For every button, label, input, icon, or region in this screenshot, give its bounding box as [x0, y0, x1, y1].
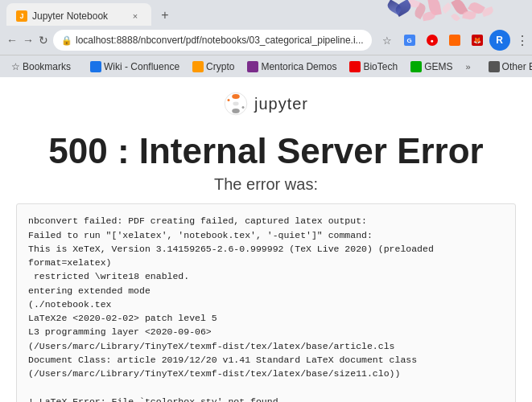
- tab-decoration: [331, 0, 532, 26]
- active-tab[interactable]: J Jupyter Notebook ×: [6, 3, 151, 26]
- bookmark-icon-wiki: [90, 61, 101, 72]
- back-button[interactable]: ←: [6, 30, 18, 51]
- browser-chrome: J Jupyter Notebook × + ← → ↻ 🔒 localhost…: [0, 0, 532, 77]
- security-lock-icon: 🔒: [61, 35, 72, 46]
- ext-icon-3[interactable]: 🦊: [467, 30, 488, 51]
- svg-point-4: [227, 99, 229, 101]
- bookmark-icon-other: [489, 61, 500, 72]
- bookmark-icon-gems: [410, 61, 422, 72]
- bookmark-other[interactable]: Other Bookmarks: [484, 59, 532, 74]
- bookmark-label-wiki: Wiki - Confluence: [104, 61, 179, 72]
- bookmarks-more-button[interactable]: »: [462, 60, 473, 73]
- bookmark-icon-biotech: [349, 61, 361, 72]
- error-subtitle: The error was:: [16, 175, 516, 194]
- svg-point-3: [232, 109, 240, 113]
- bookmark-gems[interactable]: GEMS: [406, 59, 457, 74]
- jupyter-logo-icon: [224, 92, 248, 116]
- bookmarks-folder[interactable]: ☆ Bookmarks: [6, 59, 76, 74]
- bookmark-label-mentorica: Mentorica Demos: [261, 61, 336, 72]
- tab-close-button[interactable]: ×: [129, 10, 142, 23]
- bookmark-label-other: Other Bookmarks: [502, 61, 532, 72]
- bookmark-mentorica[interactable]: Mentorica Demos: [242, 59, 341, 74]
- jupyter-title: jupyter: [254, 95, 308, 113]
- more-menu-button[interactable]: ⋮: [512, 30, 532, 51]
- extensions-button[interactable]: G: [399, 30, 420, 51]
- browser-actions: ☆ G ● 🦊 R ⋮: [377, 30, 532, 51]
- error-details-box: nbconvert failed: PDF creating failed, c…: [16, 203, 516, 402]
- ext-icon-1[interactable]: ●: [422, 30, 443, 51]
- bookmark-crypto[interactable]: Crypto: [188, 59, 239, 74]
- page-content: jupyter 500 : Internal Server Error The …: [0, 77, 532, 402]
- tab-bar: J Jupyter Notebook × +: [0, 0, 532, 26]
- ext-icon-2[interactable]: [444, 30, 465, 51]
- svg-point-5: [241, 106, 244, 109]
- forward-button[interactable]: →: [23, 30, 34, 51]
- svg-point-1: [232, 94, 240, 99]
- error-heading: 500 : Internal Server Error: [16, 132, 516, 170]
- bookmark-label-crypto: Crypto: [206, 61, 234, 72]
- address-bar[interactable]: 🔒 localhost:8888/nbconvert/pdf/notebooks…: [53, 30, 372, 51]
- bookmarks-label: Bookmarks: [23, 61, 71, 72]
- new-tab-button[interactable]: +: [155, 5, 175, 26]
- address-bar-row: ← → ↻ 🔒 localhost:8888/nbconvert/pdf/not…: [0, 26, 532, 55]
- bookmark-star-button[interactable]: ☆: [377, 30, 398, 51]
- bookmarks-star-icon: ☆: [11, 61, 20, 72]
- refresh-button[interactable]: ↻: [39, 30, 48, 51]
- bookmark-label-biotech: BioTech: [363, 61, 398, 72]
- svg-point-2: [233, 102, 238, 106]
- bookmark-biotech[interactable]: BioTech: [344, 59, 402, 74]
- bookmarks-bar: ☆ Bookmarks Wiki - Confluence Crypto Men…: [0, 55, 532, 77]
- bookmark-icon-crypto: [192, 61, 204, 72]
- bookmark-wiki-confluence[interactable]: Wiki - Confluence: [85, 59, 184, 74]
- profile-button[interactable]: R: [489, 30, 510, 51]
- bookmark-label-gems: GEMS: [424, 61, 452, 72]
- jupyter-header: jupyter: [16, 85, 516, 125]
- tab-title: Jupyter Notebook: [32, 10, 108, 22]
- bookmark-icon-mentorica: [247, 61, 258, 72]
- tab-favicon: J: [16, 10, 27, 22]
- url-text: localhost:8888/nbconvert/pdf/notebooks/0…: [76, 35, 364, 46]
